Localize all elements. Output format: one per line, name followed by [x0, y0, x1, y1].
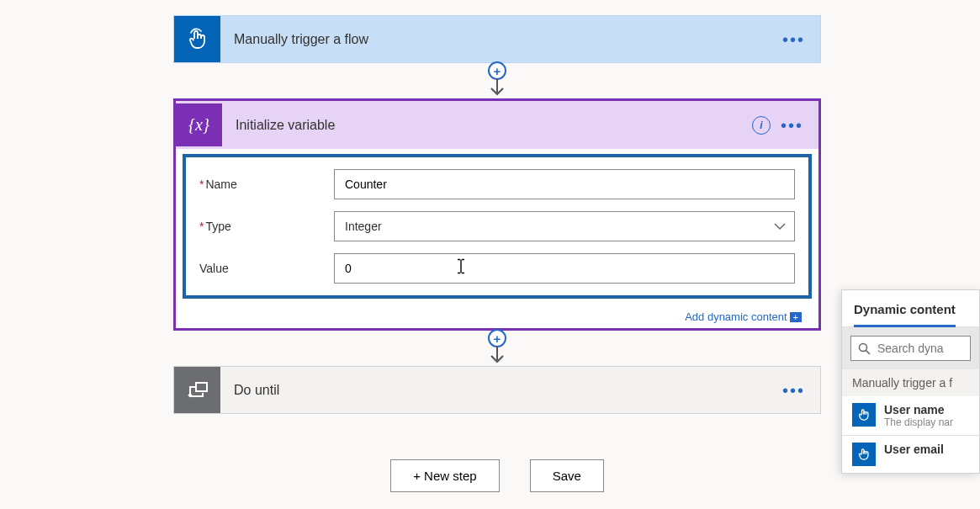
init-variable-body: *Name *Type Integer Value	[183, 154, 812, 299]
add-dynamic-badge-icon: +	[790, 312, 802, 322]
save-button[interactable]: Save	[530, 459, 604, 492]
connector-1: +	[173, 63, 821, 98]
touch-icon-small-2	[852, 443, 876, 466]
do-until-more-button[interactable]: •••	[782, 382, 805, 399]
add-action-button[interactable]: +	[488, 61, 506, 80]
svg-point-8	[860, 343, 867, 351]
svg-line-9	[866, 350, 871, 354]
trigger-header[interactable]: Manually trigger a flow •••	[174, 16, 820, 62]
init-variable-more-button[interactable]: •••	[781, 117, 803, 134]
info-icon[interactable]: i	[752, 116, 771, 135]
dynamic-search-input[interactable]	[850, 336, 971, 361]
arrow-down-icon	[488, 78, 506, 98]
do-until-title: Do until	[220, 383, 782, 398]
name-row: *Name	[199, 169, 795, 199]
type-select[interactable]: Integer	[334, 211, 795, 241]
init-variable-title: Initialize variable	[222, 118, 752, 133]
panel-pointer-icon	[841, 297, 842, 312]
dynamic-content-panel: Dynamic content Manually trigger a f	[841, 289, 980, 474]
trigger-card[interactable]: Manually trigger a flow •••	[173, 15, 821, 63]
do-until-card[interactable]: Do until •••	[173, 366, 821, 414]
dynamic-content-tab[interactable]: Dynamic content	[854, 302, 956, 327]
dynamic-section-header: Manually trigger a f	[842, 369, 979, 396]
init-variable-header[interactable]: {x} Initialize variable i •••	[176, 101, 818, 149]
dyn-item-title-2: User email	[884, 443, 944, 456]
value-label: Value	[199, 262, 334, 275]
type-label: *Type	[199, 220, 334, 233]
svg-rect-7	[196, 383, 207, 391]
value-input[interactable]	[334, 253, 795, 284]
trigger-more-button[interactable]: •••	[782, 31, 805, 48]
variable-icon: {x}	[176, 103, 222, 146]
add-dynamic-content-link[interactable]: Add dynamic content+	[176, 305, 818, 328]
trigger-title: Manually trigger a flow	[220, 32, 782, 47]
type-row: *Type Integer	[199, 211, 795, 241]
touch-icon-small	[852, 403, 876, 427]
add-action-button-2[interactable]: +	[488, 329, 506, 347]
name-label: *Name	[199, 178, 334, 191]
value-row: Value	[199, 253, 795, 284]
footer-buttons: + New step Save	[173, 459, 821, 492]
dynamic-item-user-email[interactable]: User email	[842, 436, 979, 473]
dyn-item-subtitle: The display nar	[884, 416, 953, 428]
connector-2: +	[173, 331, 821, 366]
dyn-item-title: User name	[884, 403, 953, 416]
loop-icon	[174, 367, 220, 413]
name-input[interactable]	[334, 169, 795, 199]
initialize-variable-card[interactable]: {x} Initialize variable i ••• *Name *Typ…	[173, 98, 821, 331]
do-until-header[interactable]: Do until •••	[174, 367, 820, 413]
new-step-button[interactable]: + New step	[390, 459, 499, 492]
arrow-down-icon-2	[488, 346, 506, 366]
touch-icon	[174, 16, 220, 62]
dynamic-item-user-name[interactable]: User name The display nar	[842, 396, 979, 435]
search-icon	[858, 342, 871, 355]
chevron-down-icon	[774, 220, 786, 233]
